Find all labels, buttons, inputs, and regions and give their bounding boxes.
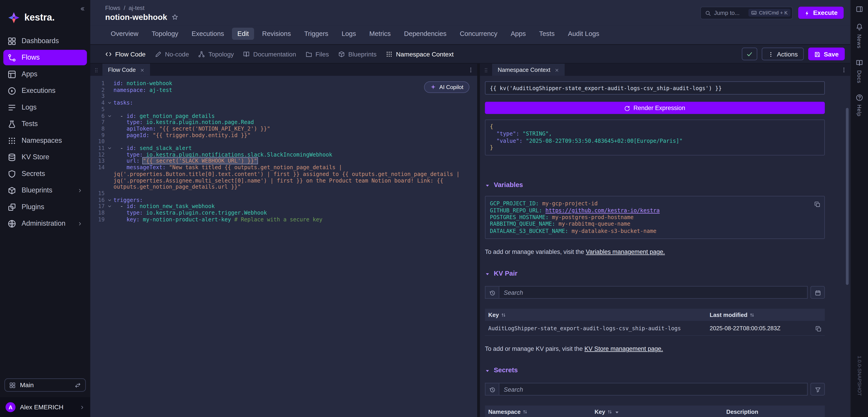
breadcrumb-flows[interactable]: Flows: [105, 4, 120, 11]
history-button[interactable]: [485, 286, 499, 299]
history-button[interactable]: [485, 383, 499, 395]
close-icon[interactable]: [140, 66, 145, 73]
code-line[interactable]: 19 key: my-notion-product-alert-key # Re…: [90, 216, 477, 223]
copy-button[interactable]: [814, 200, 820, 208]
code-line[interactable]: 6 - id: get_notion_page_details: [90, 113, 477, 119]
save-button[interactable]: Save: [808, 48, 845, 60]
panel-menu-button[interactable]: [468, 65, 474, 75]
code-line[interactable]: 7 type: io.kestra.plugin.notion.page.Rea…: [90, 119, 477, 126]
tab-executions[interactable]: Executions: [186, 28, 230, 40]
panel-menu-button[interactable]: [841, 65, 847, 75]
tab-metrics[interactable]: Metrics: [364, 28, 396, 40]
tab-logs[interactable]: Logs: [336, 28, 362, 40]
code-line[interactable]: 4tasks:: [90, 100, 477, 106]
code-line[interactable]: 16triggers:: [90, 197, 477, 203]
sidebar-item-namespaces[interactable]: Namespaces: [3, 133, 87, 149]
variables-section-toggle[interactable]: Variables: [485, 181, 825, 189]
scrollbar-thumb[interactable]: [846, 108, 848, 285]
close-icon[interactable]: [555, 66, 559, 73]
view-toggle-flow-code[interactable]: Flow Code: [105, 51, 146, 58]
code-line[interactable]: 11 - id: send_slack_alert: [90, 145, 477, 152]
panel-drag-handle[interactable]: [94, 65, 99, 75]
panel-tab-flow-code[interactable]: Flow Code: [102, 64, 150, 76]
code-line[interactable]: 10: [90, 138, 477, 145]
kv-search-input[interactable]: [499, 286, 808, 299]
view-toggle-files[interactable]: Files: [305, 51, 329, 58]
tab-edit[interactable]: Edit: [232, 28, 254, 40]
render-expression-button[interactable]: Render Expression: [485, 102, 825, 114]
sidebar-item-flows[interactable]: Flows: [3, 50, 87, 65]
secrets-section-toggle[interactable]: Secrets: [485, 366, 825, 374]
ai-copilot-button[interactable]: AI Copilot: [424, 81, 469, 93]
code-line[interactable]: 2namespace: aj-test: [90, 87, 477, 93]
tab-revisions[interactable]: Revisions: [256, 28, 296, 40]
panel-splitter[interactable]: [477, 64, 480, 417]
favorite-star-button[interactable]: [172, 13, 178, 21]
view-toggle-no-code[interactable]: No-code: [155, 51, 189, 58]
sidebar-item-plugins[interactable]: Plugins: [3, 199, 87, 215]
view-toggle-topology[interactable]: Topology: [198, 51, 234, 58]
actions-button[interactable]: Actions: [762, 48, 804, 60]
copy-button[interactable]: [815, 324, 822, 332]
code-line[interactable]: 15: [90, 190, 477, 197]
validate-button[interactable]: [742, 48, 758, 60]
code-line[interactable]: 13 url: "{{ secret('SLACK_WEBHOOK_URL') …: [90, 158, 477, 164]
view-toggle-blueprints[interactable]: Blueprints: [338, 51, 377, 58]
code-line[interactable]: 5: [90, 106, 477, 113]
secrets-search-input[interactable]: [499, 383, 808, 395]
sidebar-item-executions[interactable]: Executions: [3, 83, 87, 98]
filter-button[interactable]: [810, 383, 825, 395]
sidebar-item-tests[interactable]: Tests: [3, 116, 87, 132]
fold-toggle[interactable]: [106, 145, 114, 152]
column-header-last-modified[interactable]: Last modified: [710, 312, 809, 318]
jump-to-search[interactable]: Jump to... Ctrl/Cmd + K: [700, 6, 793, 19]
code-line[interactable]: 1id: notion-webhook: [90, 80, 477, 87]
sidebar-item-logs[interactable]: Logs: [3, 100, 87, 115]
code-editor[interactable]: AI Copilot 1id: notion-webhook2namespace…: [90, 76, 477, 417]
tenant-selector[interactable]: Main: [4, 378, 86, 392]
view-toggle-documentation[interactable]: Documentation: [243, 51, 296, 58]
code-line[interactable]: 8 apiToken: "{{ secret('NOTION_API_KEY_2…: [90, 126, 477, 132]
kestra-logo[interactable]: kestra.: [0, 0, 90, 33]
panel-drag-handle[interactable]: [483, 65, 489, 75]
kv-table-row[interactable]: AuditLogShipper-state_export-audit-logs-…: [485, 321, 825, 336]
view-toggle-namespace-context[interactable]: Namespace Context: [386, 51, 454, 58]
column-header-namespace[interactable]: Namespace: [488, 409, 594, 415]
user-menu[interactable]: A Alex EMERICH: [0, 397, 90, 417]
sidebar-collapse-button[interactable]: [79, 3, 86, 14]
expression-input[interactable]: {{ kv('AuditLogShipper-state_export-audi…: [485, 81, 825, 95]
breadcrumb-namespace[interactable]: aj-test: [129, 4, 145, 11]
sidebar-item-secrets[interactable]: Secrets: [3, 166, 87, 182]
code-line[interactable]: 12 type: io.kestra.plugin.notifications.…: [90, 151, 477, 158]
tab-triggers[interactable]: Triggers: [299, 28, 334, 40]
tab-topology[interactable]: Topology: [146, 28, 184, 40]
fold-toggle[interactable]: [106, 100, 114, 106]
column-header-key[interactable]: Key: [488, 312, 710, 318]
kv-store-management-link[interactable]: KV Store management page.: [585, 345, 663, 352]
rail-item-docs[interactable]: Docs: [856, 57, 863, 83]
tab-tests[interactable]: Tests: [534, 28, 560, 40]
code-line[interactable]: 3: [90, 93, 477, 100]
variables-management-link[interactable]: Variables management page.: [586, 249, 665, 255]
kv-section-toggle[interactable]: KV Pair: [485, 269, 825, 277]
sidebar-item-dashboards[interactable]: Dashboards: [3, 33, 87, 49]
code-line[interactable]: 18 type: io.kestra.plugin.core.trigger.W…: [90, 210, 477, 216]
calendar-filter-button[interactable]: [810, 286, 825, 299]
rail-item-help[interactable]: Help: [856, 92, 863, 117]
github-repo-link[interactable]: https://github.com/kestra-io/kestra: [546, 207, 660, 213]
sidebar-item-apps[interactable]: Apps: [3, 66, 87, 82]
tab-overview[interactable]: Overview: [105, 28, 144, 40]
column-header-key[interactable]: Key: [594, 409, 726, 415]
rail-item-news[interactable]: News: [856, 22, 863, 49]
code-line[interactable]: 14 messageText: "New task titled {{ outp…: [90, 164, 477, 190]
sidebar-item-administration[interactable]: Administration: [3, 216, 87, 231]
code-line[interactable]: 17 - id: notion_new_task_webhook: [90, 203, 477, 210]
fold-toggle[interactable]: [106, 203, 114, 210]
tab-audit-logs[interactable]: Audit Logs: [562, 28, 605, 40]
sidebar-item-kv-store[interactable]: KV Store: [3, 149, 87, 165]
fold-toggle[interactable]: [106, 113, 114, 119]
panel-right-toggle-button[interactable]: [856, 4, 863, 13]
sidebar-item-blueprints[interactable]: Blueprints: [3, 183, 87, 198]
tab-dependencies[interactable]: Dependencies: [399, 28, 452, 40]
tab-concurrency[interactable]: Concurrency: [454, 28, 503, 40]
